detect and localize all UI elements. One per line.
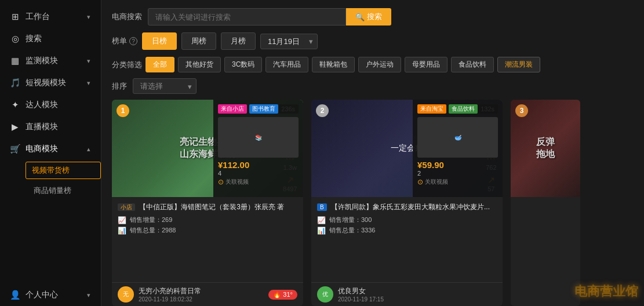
cat-btn-outdoor[interactable]: 户外运动	[358, 57, 401, 72]
author-name-1: 无穷小亮的科普日常	[139, 286, 264, 296]
sidebar-item-label: 直播模块	[26, 122, 58, 132]
sidebar-item-label: 搜索	[26, 34, 42, 44]
sidebar-item-short-video[interactable]: 🎵 短视频模块 ▾	[0, 72, 101, 94]
sales-increase-1: 销售增量：269	[130, 216, 172, 224]
store-tag-2: B	[317, 203, 327, 211]
sort-select[interactable]: 请选择	[133, 78, 197, 94]
sort-bar: 排序 请选择	[112, 78, 634, 94]
card-info-2: B 【许凯同款】象乐氏五彩麦田大颗粒水果冲饮麦片... 📈 销售增量：300 📊…	[311, 197, 503, 282]
chevron-down-icon: ▾	[87, 57, 90, 65]
sort-label: 排序	[112, 81, 127, 92]
card-video-1[interactable]: 亮记生物鉴定山东海鲜市场 1 236s ♥ 27.3w ⋯ 1.3w ↗	[112, 100, 303, 197]
monthly-rank-button[interactable]: 月榜	[221, 32, 256, 50]
chevron-down-icon: ▾	[87, 13, 90, 21]
chart-icon: 📊	[118, 227, 126, 235]
product-card-1: 亮记生物鉴定山东海鲜市场 1 236s ♥ 27.3w ⋯ 1.3w ↗	[112, 100, 303, 306]
sales-total-1: 销售总量：2988	[130, 226, 176, 235]
sidebar-item-live[interactable]: ▶ 直播模块	[0, 116, 101, 138]
link-icon-2: ⊙	[417, 178, 423, 186]
link-text-1: 关联视频	[225, 178, 249, 186]
avatar-1: 无	[118, 286, 134, 303]
product-card-3: 反弹拖地 3	[511, 100, 580, 306]
date-select[interactable]: 11月19日	[260, 34, 318, 49]
sidebar: ⊞ 工作台 ▾ ◎ 搜索 ▦ 监测模块 ▾ 🎵 短视频模块 ▾ ✦ 达人模块 ▶…	[0, 0, 101, 306]
cards-area: 亮记生物鉴定山东海鲜市场 1 236s ♥ 27.3w ⋯ 1.3w ↗	[112, 100, 634, 306]
sidebar-item-workbench[interactable]: ⊞ 工作台 ▾	[0, 6, 101, 28]
source-tag-cat: 图书教育	[249, 104, 278, 114]
cat-btn-3c[interactable]: 3C数码	[224, 57, 262, 72]
sidebar-item-search[interactable]: ◎ 搜索	[0, 28, 101, 50]
sales-total-row-1: 📊 销售总量：2988	[118, 226, 297, 235]
workbench-icon: ⊞	[10, 12, 20, 21]
author-time-1: 2020-11-19 18:02:32	[139, 296, 264, 303]
source-tag-shop: 来自小店	[218, 104, 247, 114]
author-row-2: 优 优良男女 2020-11-19 17:15	[311, 282, 503, 306]
sidebar-item-monitor[interactable]: ▦ 监测模块 ▾	[0, 50, 101, 72]
monitor-icon: ▦	[10, 56, 20, 65]
sidebar-item-personal[interactable]: 👤 个人中心 ▾	[0, 284, 101, 306]
search-input[interactable]	[148, 8, 346, 26]
author-info-1: 无穷小亮的科普日常 2020-11-19 18:02:32	[139, 286, 264, 303]
fire-badge-1: 🔥 31°	[268, 290, 297, 300]
product-image-1: 📚	[218, 117, 299, 158]
product-link-2[interactable]: ⊙ 关联视频	[417, 178, 498, 186]
chart-icon-2: 📊	[317, 227, 326, 235]
sidebar-item-talent[interactable]: ✦ 达人模块	[0, 94, 101, 116]
author-name-2: 优良男女	[338, 286, 497, 296]
fire-icon: 🔥	[273, 291, 281, 298]
chevron-up-icon: ▴	[87, 145, 90, 153]
product-price-2: ¥59.90	[417, 160, 498, 170]
sidebar-submenu: 视频带货榜 商品销量榜	[0, 160, 101, 201]
product-panel-2: 来自淘宝 食品饮料 🥣 ¥59.90 2 ⊙ 关联视频	[413, 100, 503, 197]
product-link-1[interactable]: ⊙ 关联视频	[218, 178, 299, 186]
sales-total-row-2: 📊 销售总量：3336	[317, 226, 497, 235]
chevron-down-icon: ▾	[87, 79, 90, 87]
cat-btn-all[interactable]: 全部	[145, 57, 174, 72]
link-icon: ⊙	[218, 178, 224, 186]
sales-total-2: 销售总量：3336	[329, 226, 375, 235]
cat-btn-baby[interactable]: 母婴用品	[405, 57, 447, 72]
search-btn-label: 搜索	[367, 12, 382, 22]
store-tag-1: 小店	[118, 203, 135, 211]
author-time-2: 2020-11-19 17:15	[338, 296, 497, 303]
personal-icon: 👤	[10, 290, 20, 300]
sales-increase-row-1: 📈 销售增量：269	[118, 216, 297, 224]
sales-increase-row-2: 📈 销售增量：300	[317, 216, 497, 224]
card-video-3[interactable]: 反弹拖地 3	[511, 100, 580, 197]
sidebar-item-label: 短视频模块	[26, 78, 66, 88]
sidebar-sub-item-video-rank[interactable]: 视频带货榜	[26, 162, 101, 179]
search-button[interactable]: 🔍 搜索	[346, 8, 391, 26]
talent-icon: ✦	[10, 100, 20, 110]
cat-btn-food[interactable]: 食品饮料	[451, 57, 494, 72]
card-video-2[interactable]: 一定会瘦 2 132s ♥ 6.6w ⋯ 762 ↗ 57	[311, 100, 503, 197]
rank-badge-2: 2	[316, 104, 329, 117]
weekly-rank-button[interactable]: 周榜	[181, 32, 216, 50]
search-input-wrap: 🔍 搜索	[148, 8, 391, 26]
source-tag-taobao: 来自淘宝	[417, 104, 446, 114]
sort-select-wrap: 请选择	[133, 78, 197, 94]
author-info-2: 优良男女 2020-11-19 17:15	[338, 286, 497, 303]
sidebar-item-ecommerce[interactable]: 🛒 电商模块 ▴	[0, 138, 101, 160]
sidebar-item-label: 监测模块	[26, 56, 58, 66]
category-bar: 分类筛选 全部 其他好货 3C数码 汽车用品 鞋靴箱包 户外运动 母婴用品 食品…	[112, 57, 634, 72]
chevron-down-icon: ▾	[87, 292, 90, 299]
video-icon: 🎵	[10, 78, 20, 88]
date-selector-wrap: 11月19日	[260, 34, 318, 49]
card-info-1: 小店 【中信正版】海错图笔记（套装3册）张辰亮 著 📈 销售增量：269 📊 销…	[112, 197, 303, 282]
sidebar-item-label: 工作台	[26, 12, 50, 22]
source-tag-food: 食品饮料	[449, 104, 478, 114]
product-sales-count-2: 2	[417, 170, 498, 177]
sidebar-sub-item-product-rank[interactable]: 商品销量榜	[26, 181, 101, 201]
sales-info-2: 📈 销售增量：300 📊 销售总量：3336	[317, 216, 497, 235]
help-icon[interactable]: ?	[129, 37, 137, 45]
product-sales-count-1: 4	[218, 170, 299, 177]
cat-btn-other[interactable]: 其他好货	[178, 57, 221, 72]
video-overlay-text-3: 反弹拖地	[530, 130, 561, 166]
rank-label: 榜单 ?	[112, 36, 137, 46]
source-tags-1: 来自小店 图书教育	[218, 104, 299, 114]
product-card-2: 一定会瘦 2 132s ♥ 6.6w ⋯ 762 ↗ 57	[311, 100, 503, 306]
cat-btn-shoes[interactable]: 鞋靴箱包	[312, 57, 355, 72]
daily-rank-button[interactable]: 日榜	[142, 32, 177, 50]
cat-btn-fashion[interactable]: 潮流男装	[497, 57, 540, 72]
cat-btn-auto[interactable]: 汽车用品	[265, 57, 308, 72]
